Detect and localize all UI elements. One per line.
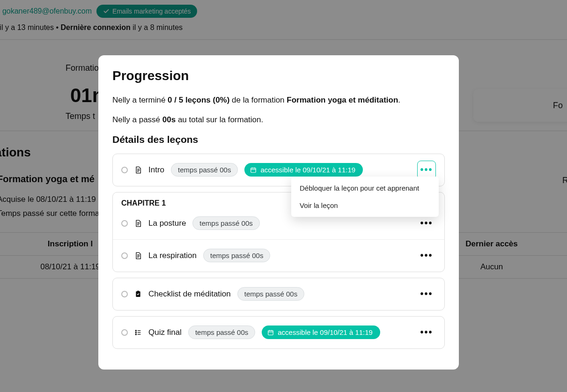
status-circle-icon — [121, 167, 128, 173]
summary1-mid: de la formation — [229, 96, 287, 104]
summary2-bold: 00s — [162, 115, 176, 124]
time-spent-pill: temps passé 00s — [237, 287, 304, 301]
svg-rect-21 — [268, 331, 273, 335]
lesson-group-quiz: Quiz final temps passé 00s accessible le… — [112, 316, 445, 349]
lesson-row-checklist: Checklist de méditation temps passé 00s … — [113, 278, 444, 310]
lesson-actions-dropdown: Débloquer la leçon pour cet apprenant Vo… — [291, 177, 439, 217]
summary2-end: au total sur la formation. — [176, 115, 263, 124]
summary1-end: . — [398, 96, 400, 104]
status-circle-icon — [121, 291, 128, 297]
lesson-title: Checklist de méditation — [148, 289, 231, 299]
details-heading: Détails des leçons — [112, 134, 445, 145]
calendar-icon — [267, 329, 274, 336]
lesson-row-intro: Intro temps passé 00s accessible le 09/1… — [113, 154, 444, 186]
time-spent-pill: temps passé 00s — [203, 249, 270, 262]
quiz-icon — [134, 329, 142, 336]
status-circle-icon — [121, 252, 128, 259]
svg-point-17 — [135, 332, 136, 333]
lesson-title: Intro — [148, 165, 164, 175]
checklist-icon — [134, 290, 142, 298]
summary1-pre: Nelly a terminé — [112, 96, 168, 104]
time-spent-pill: temps passé 00s — [192, 216, 259, 230]
lesson-title: Quiz final — [148, 328, 182, 337]
dropdown-view-lesson[interactable]: Voir la leçon — [291, 197, 439, 214]
summary1-bold: 0 / 5 leçons (0%) — [168, 96, 229, 104]
accessible-date-pill: accessible le 09/10/21 à 11:19 — [262, 325, 380, 339]
summary1-course: Formation yoga et méditation — [287, 96, 398, 104]
time-spent-pill: temps passé 00s — [188, 325, 255, 339]
svg-rect-14 — [137, 290, 139, 292]
lesson-row-respiration: La respiration temps passé 00s ••• — [113, 239, 444, 272]
status-circle-icon — [121, 220, 128, 227]
accessible-date-text: accessible le 09/10/21 à 11:19 — [278, 328, 373, 336]
svg-rect-3 — [251, 168, 256, 172]
lesson-group-checklist: Checklist de méditation temps passé 00s … — [112, 278, 445, 311]
lesson-group-intro: Intro temps passé 00s accessible le 09/1… — [112, 154, 445, 186]
status-circle-icon — [121, 329, 128, 336]
lesson-title: La respiration — [148, 251, 197, 260]
summary-line-1: Nelly a terminé 0 / 5 leçons (0%) de la … — [112, 95, 445, 106]
progression-modal: Progression Nelly a terminé 0 / 5 leçons… — [98, 55, 459, 370]
text-lesson-icon — [134, 220, 142, 227]
lesson-actions-button[interactable]: ••• — [417, 285, 436, 303]
lesson-actions-button[interactable]: ••• — [417, 214, 436, 233]
text-lesson-icon — [134, 252, 142, 259]
accessible-date-text: accessible le 09/10/21 à 11:19 — [260, 166, 355, 174]
dropdown-unlock-lesson[interactable]: Débloquer la leçon pour cet apprenant — [291, 179, 439, 197]
svg-point-19 — [135, 334, 136, 335]
summary2-pre: Nelly a passé — [112, 115, 162, 124]
modal-title: Progression — [112, 68, 445, 83]
lesson-actions-button[interactable]: ••• — [417, 323, 436, 342]
text-lesson-icon — [134, 166, 142, 174]
lesson-title: La posture — [148, 219, 186, 228]
time-spent-pill: temps passé 00s — [171, 163, 238, 177]
summary-line-2: Nelly a passé 00s au total sur la format… — [112, 114, 445, 126]
accessible-date-pill: accessible le 09/10/21 à 11:19 — [244, 163, 363, 177]
lesson-actions-button[interactable]: ••• — [417, 246, 436, 265]
svg-point-15 — [135, 330, 136, 331]
calendar-icon — [250, 167, 257, 173]
lesson-row-quiz: Quiz final temps passé 00s accessible le… — [113, 317, 444, 348]
